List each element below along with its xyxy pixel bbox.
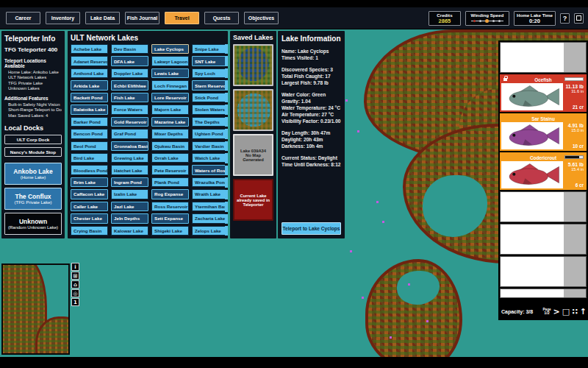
lake-button[interactable]: Lakwyr Lagoon (151, 56, 189, 66)
lake-button[interactable]: Backett Pond (71, 93, 108, 102)
lake-button[interactable]: Mixer Depths (151, 129, 189, 138)
empty-slot[interactable] (500, 191, 587, 222)
lake-button[interactable]: Stern Reservoir (192, 80, 228, 90)
lake-button[interactable]: Ojukwu Basin (151, 141, 189, 151)
slot-box-icon[interactable]: □ (562, 308, 570, 316)
lake-button[interactable]: Watch Lake (192, 153, 228, 163)
nav-lake-data[interactable]: Lake Data (85, 12, 120, 24)
lake-button[interactable]: Caller Lake (71, 202, 108, 211)
nav-fish-journal[interactable]: Fish Journal (125, 12, 159, 24)
lake-button[interactable]: Bencon Pond (71, 129, 108, 138)
nav-quests[interactable]: Quests (204, 12, 239, 24)
lake-button[interactable]: Force Waters (111, 105, 148, 114)
empty-slot[interactable] (500, 289, 587, 298)
saved-lake-thumbnail-2[interactable] (233, 89, 273, 131)
minimap[interactable] (1, 263, 70, 355)
winding-speed-handle[interactable] (485, 19, 489, 23)
nav-career[interactable]: Career (6, 12, 40, 24)
lake-button[interactable]: Beol Pond (71, 141, 108, 151)
lake-button[interactable]: Gronnaloa Basin (111, 141, 148, 151)
lake-button[interactable]: Anthond Lake (71, 68, 108, 78)
winding-speed-slider[interactable] (468, 18, 506, 24)
lake-button[interactable]: Spy Loch (192, 68, 228, 78)
up-arrow-icon[interactable]: ↑ (580, 308, 587, 316)
lake-button[interactable]: Jeln Depths (111, 213, 148, 223)
lake-button[interactable]: Crying Basin (71, 226, 108, 236)
lake-button[interactable]: Zelops Lake (192, 226, 228, 236)
lake-button[interactable]: Wraith Lake (192, 189, 228, 199)
lake-button[interactable]: Ughten Pond (192, 129, 228, 138)
lake-button[interactable]: Barker Pond (71, 117, 108, 127)
lake-button[interactable]: Balatoika Lake (71, 105, 108, 114)
nav-objectives[interactable]: Objectives (244, 12, 279, 24)
lake-button[interactable]: SNT Lake (192, 56, 228, 66)
empty-slot[interactable] (500, 42, 587, 73)
lake-button[interactable]: Shigeki Lake (151, 226, 189, 236)
lake-button[interactable]: Lewis Lake (151, 68, 189, 78)
empty-slot[interactable] (500, 224, 587, 255)
dock-button-ult-corp[interactable]: ULT Corp Dock (4, 135, 62, 144)
lake-button[interactable]: Achebe Lake (71, 44, 108, 54)
lake-button[interactable]: The Depths (192, 117, 228, 127)
home-lake-button[interactable]: Ankobo Lake (Home Lake) (4, 163, 62, 185)
lake-button[interactable]: Ross Reservoir (151, 202, 189, 211)
lake-button[interactable]: Adanet Reservoir (71, 56, 108, 66)
lake-button[interactable]: Kalowar Lake (111, 226, 148, 236)
lake-button[interactable]: DFA Lake (111, 56, 148, 66)
lake-button[interactable]: Chester Lake (71, 213, 108, 223)
lake-button[interactable]: Lore Reservoir (151, 93, 189, 102)
lake-button[interactable]: Doppler Lake (111, 68, 148, 78)
lake-button[interactable]: Lake Cyclops (151, 44, 189, 54)
dock-button-nancys[interactable]: Nancy's Module Stop (4, 147, 62, 157)
lake-button[interactable]: Rog Expanse (151, 189, 189, 199)
lake-button[interactable]: Plank Pond (151, 177, 189, 187)
lake-button[interactable]: Jazl Lake (111, 202, 148, 211)
lake-button[interactable]: Bloodless Pond (71, 165, 108, 174)
lake-button[interactable]: Hatchet Lake (111, 165, 148, 174)
next-page-icon[interactable]: > (553, 308, 560, 316)
toggle-checkbox-button[interactable] (574, 13, 584, 24)
marker-icon[interactable]: 1 (71, 298, 79, 306)
lake-button[interactable]: Wrazulka Pond (192, 177, 228, 187)
lake-button[interactable]: Snipe Lake (192, 44, 228, 54)
info-icon[interactable]: i (71, 263, 79, 271)
private-lake-button[interactable]: The Conflux (TFG Private Lake) (4, 188, 62, 210)
sort-grid-icon[interactable]: ∷ (572, 308, 578, 316)
lake-button[interactable]: Ingram Pond (111, 177, 148, 187)
lake-button[interactable]: Vardier Basin (192, 141, 228, 151)
target-icon[interactable]: ◎ (71, 289, 79, 297)
lake-button[interactable]: Echbi Elifihlwe (111, 80, 148, 90)
fish-card[interactable]: Sar Stainu4.91 lb15.0 in10 cr (500, 113, 587, 151)
lake-button[interactable]: Zacharia Lake (192, 213, 228, 223)
lake-button[interactable]: Stick Pond (192, 93, 228, 102)
lake-button[interactable]: Mazarine Lake (151, 117, 189, 127)
saved-lake-thumbnail-1[interactable] (233, 44, 273, 86)
lake-button[interactable]: Fish Lake (111, 93, 148, 102)
lake-button[interactable]: Orrah Lake (151, 153, 189, 163)
teleport-to-lake-button[interactable]: Teleport to Lake Cyclops (282, 222, 341, 235)
saved-lake-no-map[interactable]: Lake 039A34 No Map Generated (233, 134, 273, 176)
lake-button[interactable]: Arkida Lake (71, 80, 108, 90)
lake-button[interactable]: Stolen Waters (192, 105, 228, 114)
empty-slot[interactable] (500, 256, 587, 287)
lake-button[interactable]: Brim Lake (71, 177, 108, 187)
grid-icon[interactable]: ⊞ (71, 272, 79, 280)
unknown-lake-button[interactable]: Unknown (Random Unknown Lake) (4, 213, 62, 235)
fish-card[interactable]: Codericrout5.61 lb15.4 in6 cr (500, 152, 587, 190)
fish-card[interactable]: Ocefish11.13 lb31.6 in21 cr (500, 74, 587, 112)
lake-button[interactable]: Waters of Rose (192, 165, 228, 174)
lake-button[interactable]: Gold Reservoir (111, 117, 148, 127)
help-button[interactable]: ? (560, 13, 570, 24)
lake-button[interactable]: Graf Pond (111, 129, 148, 138)
nav-travel[interactable]: Travel (165, 12, 199, 24)
nav-inventory[interactable]: Inventory (46, 12, 80, 24)
home-icon[interactable]: ⌂ (71, 280, 79, 289)
lake-button[interactable]: Izalin Lake (111, 189, 148, 199)
lake-button[interactable]: Grewing Lake (111, 153, 148, 163)
lake-button[interactable]: Loch Finnegan (151, 80, 189, 90)
lake-button[interactable]: Dev Basin (111, 44, 148, 54)
lake-button[interactable]: Caffacon Lake (71, 189, 108, 199)
lake-button[interactable]: Bird Lake (71, 153, 108, 163)
lake-button[interactable]: Pete Reservoir (151, 165, 189, 174)
lake-button[interactable]: Majorn Lake (151, 105, 189, 114)
